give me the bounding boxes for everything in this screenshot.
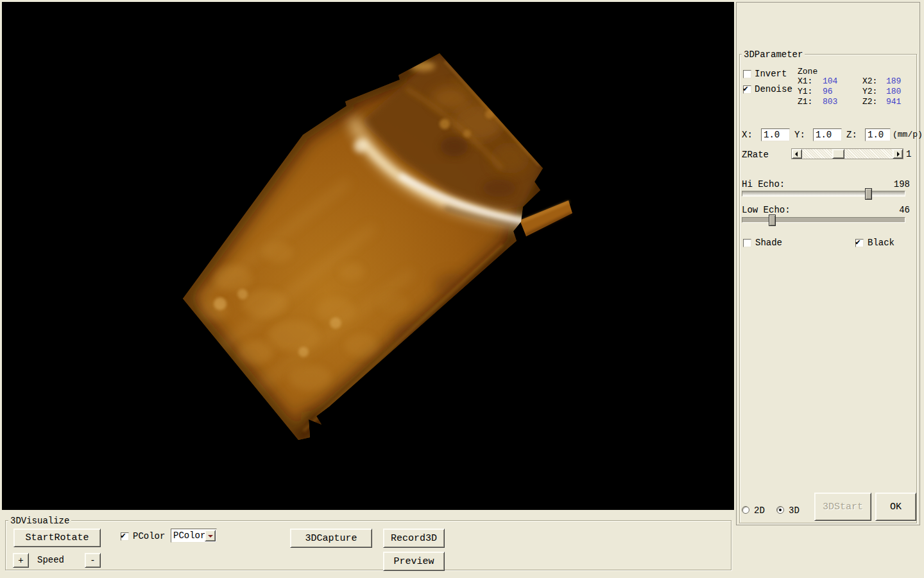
capture-3d-button[interactable]: 3DCapture bbox=[290, 529, 372, 548]
zone-x1-label: X1: bbox=[798, 76, 812, 86]
hi-echo-slider[interactable] bbox=[742, 191, 905, 197]
zrate-label: ZRate bbox=[742, 150, 769, 160]
mode-3d-radio[interactable] bbox=[776, 506, 784, 514]
hi-echo-value: 198 bbox=[894, 179, 910, 189]
pcolor-dropdown-value: PColor bbox=[173, 530, 205, 541]
zone-y2-value: 180 bbox=[886, 87, 901, 96]
scale-y-label: Y: bbox=[794, 130, 805, 140]
low-echo-value: 46 bbox=[899, 205, 910, 215]
zone-x2-label: X2: bbox=[862, 76, 877, 86]
zrate-value: 1 bbox=[906, 149, 911, 159]
shade-checkbox[interactable] bbox=[743, 239, 751, 247]
start-rotate-button[interactable]: StartRotate bbox=[13, 529, 101, 547]
zone-z1-value: 803 bbox=[823, 97, 837, 107]
start-3d-button[interactable]: 3DStart bbox=[814, 493, 871, 521]
pcolor-dropdown-button[interactable] bbox=[205, 530, 216, 541]
zone-z2-label: Z2: bbox=[862, 97, 877, 107]
pcolor-label: PColor bbox=[133, 531, 165, 541]
mode-3d-label: 3D bbox=[789, 505, 800, 516]
scale-unit-label: (mm/p) bbox=[893, 130, 923, 139]
scale-z-label: Z: bbox=[846, 130, 857, 140]
zone-y1-value: 96 bbox=[823, 87, 833, 96]
hi-echo-slider-thumb[interactable] bbox=[865, 188, 872, 200]
parameter-panel: 3DParameter Invert Denoise Zone X1: 104 … bbox=[736, 2, 920, 525]
scale-x-label: X: bbox=[742, 130, 753, 140]
zrate-scrollbar[interactable] bbox=[791, 148, 903, 159]
record-3d-button[interactable]: Record3D bbox=[383, 529, 445, 548]
zone-y2-label: Y2: bbox=[862, 87, 877, 96]
visualize-group-title: 3DVisualize bbox=[8, 516, 71, 526]
speed-minus-button[interactable]: - bbox=[85, 553, 101, 568]
chevron-down-icon bbox=[208, 535, 213, 538]
visualize-strip: 3DVisualize StartRotate PColor PColor + … bbox=[0, 510, 734, 578]
invert-checkbox[interactable] bbox=[743, 70, 751, 78]
zone-title: Zone bbox=[798, 67, 817, 76]
mode-2d-radio[interactable] bbox=[742, 506, 749, 514]
zone-x2-value: 189 bbox=[886, 76, 901, 86]
parameter-groupbox bbox=[739, 54, 917, 523]
low-echo-label: Low Echo: bbox=[742, 205, 791, 215]
speed-plus-button[interactable]: + bbox=[13, 553, 29, 568]
pcolor-checkbox[interactable] bbox=[121, 532, 129, 541]
zone-x1-value: 104 bbox=[823, 76, 837, 86]
low-echo-slider-thumb[interactable] bbox=[769, 215, 776, 226]
black-label: Black bbox=[868, 238, 894, 248]
denoise-label: Denoise bbox=[755, 84, 792, 94]
speed-label: Speed bbox=[37, 555, 64, 565]
zone-y1-label: Y1: bbox=[798, 87, 812, 96]
shade-label: Shade bbox=[755, 238, 782, 248]
ok-button[interactable]: OK bbox=[875, 493, 916, 521]
parameter-group-title: 3DParameter bbox=[742, 49, 805, 60]
zone-z1-label: Z1: bbox=[798, 97, 812, 107]
scale-z-input[interactable] bbox=[865, 128, 891, 141]
mode-2d-label: 2D bbox=[754, 505, 765, 516]
render-viewport[interactable] bbox=[2, 2, 734, 510]
zone-z2-value: 941 bbox=[886, 97, 901, 107]
scale-y-input[interactable] bbox=[813, 128, 842, 141]
invert-label: Invert bbox=[755, 69, 787, 79]
scale-x-input[interactable] bbox=[761, 128, 790, 141]
zrate-left-button[interactable] bbox=[792, 149, 802, 159]
app-window: { "theme": { "panel_bg": "#ece9d8", "val… bbox=[0, 0, 924, 578]
low-echo-slider[interactable] bbox=[742, 217, 905, 223]
ultrasound-3d-render bbox=[2, 2, 733, 509]
black-checkbox[interactable] bbox=[855, 239, 864, 247]
arrow-right-icon bbox=[897, 152, 900, 157]
zrate-right-button[interactable] bbox=[893, 149, 903, 159]
preview-button[interactable]: Preview bbox=[383, 552, 445, 571]
zrate-thumb[interactable] bbox=[832, 149, 844, 159]
denoise-checkbox[interactable] bbox=[743, 85, 751, 94]
pcolor-dropdown[interactable]: PColor bbox=[171, 529, 217, 543]
hi-echo-label: Hi Echo: bbox=[742, 179, 785, 189]
arrow-left-icon bbox=[795, 152, 798, 157]
